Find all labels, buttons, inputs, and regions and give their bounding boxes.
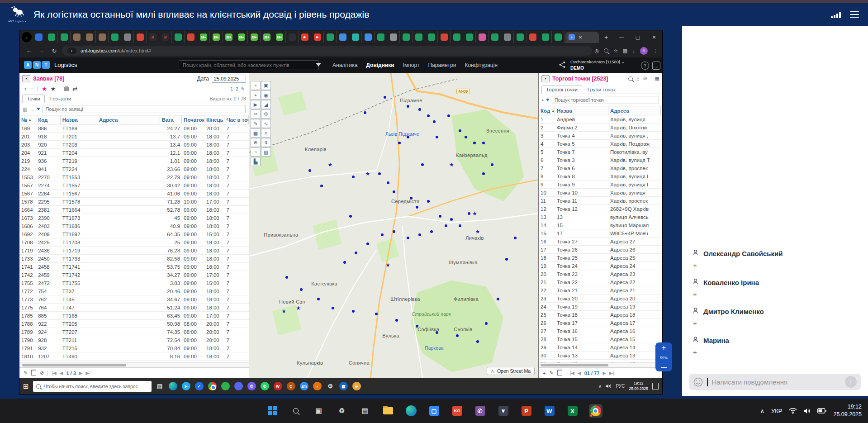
pinned-tab[interactable] xyxy=(134,31,147,43)
pinned-tab[interactable] xyxy=(349,31,362,43)
pinned-tab[interactable] xyxy=(476,31,489,43)
search-icon[interactable] xyxy=(628,76,633,81)
pinned-tab[interactable]: ▶ xyxy=(311,31,324,43)
prev-page-icon[interactable]: ◀ xyxy=(578,371,581,375)
pinned-tab[interactable] xyxy=(83,31,96,43)
map-point[interactable] xyxy=(476,340,479,343)
orders-row[interactable]: 17422459TT174234.2709:0017:007 xyxy=(19,271,249,279)
add-icon[interactable]: + xyxy=(543,371,545,376)
bookmark-icon[interactable]: ☆ xyxy=(613,48,618,54)
map-point[interactable] xyxy=(332,307,334,309)
points-row[interactable]: 1517W8C5+4P Мовч xyxy=(539,229,662,238)
minimize-button[interactable]: — xyxy=(613,30,630,44)
whatsapp-icon[interactable]: ✆ xyxy=(261,382,269,390)
check-app-icon[interactable]: ✓ xyxy=(195,382,204,390)
map-point[interactable] xyxy=(384,96,386,99)
pinned-tab[interactable] xyxy=(45,31,58,43)
pinned-tab[interactable] xyxy=(337,31,349,43)
forward-icon[interactable]: → xyxy=(37,48,47,54)
map-point[interactable] xyxy=(436,331,438,334)
menu-item-Конфігурація[interactable]: Конфігурація xyxy=(465,62,497,68)
tab-search-icon[interactable]: ⌄ xyxy=(22,32,32,42)
pinned-tab[interactable] xyxy=(539,31,552,43)
link-icon[interactable]: ⇄ xyxy=(73,86,78,92)
kebab-menu-icon[interactable]: ⋮ xyxy=(653,48,658,54)
pinned-tab[interactable] xyxy=(463,31,476,43)
map-tool-slope[interactable]: ◢ xyxy=(261,100,271,109)
orders-row[interactable]: 17192436TT171976.2309:0018:007 xyxy=(19,247,249,255)
map-point[interactable] xyxy=(387,181,389,184)
tab-close-icon[interactable]: ✕ xyxy=(579,35,582,40)
next-page-icon[interactable]: ▶ xyxy=(602,371,606,375)
map-star-point[interactable]: ★ xyxy=(385,262,390,268)
shared-speaker-icon[interactable] xyxy=(606,384,612,389)
pinned-tab[interactable] xyxy=(58,31,71,43)
help-icon[interactable]: ? xyxy=(641,62,649,70)
map-point[interactable] xyxy=(352,310,355,313)
points-row[interactable]: 1АндрейХарків, вулиця xyxy=(539,115,662,124)
pinned-tab[interactable] xyxy=(375,31,387,43)
prev-page-icon[interactable]: ◀ xyxy=(60,371,63,375)
pinned-tab[interactable] xyxy=(172,31,185,43)
map-star-point[interactable]: ★ xyxy=(475,229,480,234)
taskbar-task-view-icon[interactable]: ▣ xyxy=(312,404,326,418)
menu-item-Імпорт[interactable]: Імпорт xyxy=(403,62,420,68)
battery-icon[interactable] xyxy=(817,408,826,413)
orders-row[interactable]: 1789924TT20774.3508:0020:007 xyxy=(19,328,249,336)
pinned-tab[interactable]: 99+ xyxy=(223,31,235,43)
preview-icon[interactable]: ◎ xyxy=(595,48,599,54)
orders-row[interactable]: 1775764TT4751.2409:0018:007 xyxy=(19,304,249,312)
taskbar-start-icon[interactable] xyxy=(266,404,280,418)
taskbar-chrome-icon[interactable] xyxy=(589,404,602,418)
pinned-tab[interactable]: 99+ xyxy=(210,31,223,43)
c-app-icon[interactable]: C xyxy=(287,382,295,390)
map-point[interactable] xyxy=(497,298,499,300)
map-point[interactable] xyxy=(343,261,346,264)
orders-row[interactable]: 15672284TT156741.0609:0018:007 xyxy=(19,190,249,198)
map-point[interactable] xyxy=(407,105,409,108)
map-tool-plus[interactable]: + xyxy=(251,90,261,100)
speaker-icon[interactable] xyxy=(804,408,811,414)
orders-col-header[interactable]: Адреса xyxy=(97,115,160,124)
pinned-tab[interactable] xyxy=(451,31,463,43)
taskbar-recycle-icon[interactable]: ♻ xyxy=(335,404,349,418)
pinned-tab[interactable] xyxy=(514,31,526,43)
orders-hscrollbar[interactable] xyxy=(19,362,249,367)
points-hscrollbar[interactable] xyxy=(539,362,662,367)
add-icon[interactable]: + xyxy=(24,86,27,92)
orders-row[interactable]: 1790928TT21172.5408:0020:007 xyxy=(19,336,249,344)
trash-icon[interactable] xyxy=(557,370,562,376)
map-point[interactable] xyxy=(393,190,395,193)
reload-icon[interactable]: ↻ xyxy=(49,48,59,54)
zoom-in-button[interactable]: + xyxy=(662,344,666,352)
columns-icon[interactable]: ▥ xyxy=(23,106,27,112)
site-info-icon[interactable]: ◐ xyxy=(67,48,76,54)
geo-search-input[interactable] xyxy=(179,60,319,70)
map[interactable]: ⌖▣+◉▶◢✂⚙✎∿▦≡⊕↯◔▤▙ ПідзамчеЗнесенняКлепар… xyxy=(249,73,538,378)
map-point[interactable] xyxy=(364,111,366,114)
pinned-tab[interactable] xyxy=(526,31,539,43)
orders-row[interactable]: 1785885TT16863.4509:0017:007 xyxy=(19,312,249,320)
shared-notification-icon[interactable] xyxy=(652,383,659,390)
expand-message-button[interactable]: + xyxy=(693,261,861,269)
omnibox[interactable]: ◐ ant-logistics.com/uk/index.html# xyxy=(62,46,592,56)
block-icon[interactable]: ⊘ xyxy=(643,76,647,81)
orders-col-header[interactable]: Початок xyxy=(182,115,204,124)
first-page-icon[interactable]: |◀ xyxy=(52,371,56,375)
pinned-tab[interactable]: M xyxy=(159,31,172,43)
edit-icon[interactable]: ✎ xyxy=(24,370,28,376)
lang-indicator[interactable]: УКР xyxy=(771,408,783,414)
points-row[interactable]: 21Точка 22Адреса 22 xyxy=(539,278,662,286)
map-point[interactable] xyxy=(395,319,398,322)
pinned-tab[interactable] xyxy=(362,31,375,43)
map-point[interactable] xyxy=(349,215,352,218)
extension-icon[interactable]: ▦ xyxy=(623,48,627,54)
zoom-search-icon[interactable] xyxy=(604,48,608,53)
map-point[interactable] xyxy=(418,108,421,111)
back-icon[interactable]: ← xyxy=(24,48,34,54)
print-icon[interactable] xyxy=(64,86,69,92)
points-row[interactable]: 16Точка 27Адреса 27 xyxy=(539,238,662,246)
taskbar-excel-icon[interactable]: X xyxy=(566,404,579,418)
points-row[interactable]: 1313вулиця Алчевсь xyxy=(539,213,662,221)
map-star-point[interactable]: ★ xyxy=(449,162,454,167)
